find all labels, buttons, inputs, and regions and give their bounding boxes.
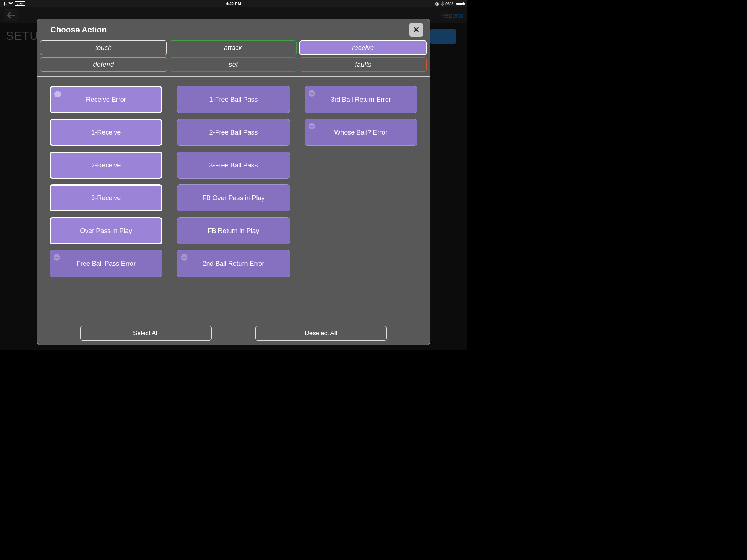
action-button[interactable]: 1-Receive: [50, 119, 162, 146]
action-button[interactable]: 3-Free Ball Pass: [177, 152, 290, 179]
status-time: 4:22 PM: [226, 1, 241, 6]
minus-icon: [54, 91, 61, 97]
action-button[interactable]: Free Ball Pass Error: [50, 250, 162, 277]
action-button[interactable]: 3rd Ball Return Error: [305, 86, 417, 113]
action-label: 3rd Ball Return Error: [331, 96, 391, 104]
action-column: Receive Error1-Receive2-Receive3-Receive…: [50, 86, 162, 277]
modal-header: Choose Action ✕: [37, 19, 430, 40]
status-bar: VPN 4:22 PM 96%: [0, 0, 467, 7]
category-filters: touch attack receive defend set faults: [37, 40, 430, 74]
bluetooth-icon: [441, 1, 444, 6]
action-label: Over Pass in Play: [80, 227, 132, 235]
minus-icon: [309, 90, 315, 97]
action-label: FB Return in Play: [208, 227, 259, 235]
minus-icon: [309, 123, 315, 129]
action-label: 2-Receive: [91, 162, 121, 169]
close-button[interactable]: ✕: [409, 23, 423, 37]
minus-icon: [54, 254, 60, 261]
orientation-lock-icon: [435, 1, 440, 6]
action-button[interactable]: FB Return in Play: [177, 217, 290, 244]
minus-icon: [181, 254, 187, 261]
action-button[interactable]: FB Over Pass in Play: [177, 184, 290, 211]
action-button[interactable]: 3-Receive: [50, 184, 162, 211]
action-button[interactable]: 2nd Ball Return Error: [177, 250, 290, 277]
action-label: 1-Free Ball Pass: [209, 96, 258, 104]
action-label: Whose Ball? Error: [334, 129, 387, 136]
action-button[interactable]: Whose Ball? Error: [305, 119, 417, 146]
modal-footer: Select All Deselect All: [37, 322, 430, 345]
category-set[interactable]: set: [170, 57, 297, 72]
wifi-icon: [8, 2, 13, 6]
status-left: VPN: [2, 1, 25, 6]
airplane-icon: [2, 1, 7, 6]
action-label: FB Over Pass in Play: [202, 194, 264, 202]
action-label: Free Ball Pass Error: [77, 260, 136, 268]
action-label: 2-Free Ball Pass: [209, 129, 258, 136]
action-label: 2nd Ball Return Error: [202, 260, 264, 268]
action-column: 3rd Ball Return ErrorWhose Ball? Error: [305, 86, 417, 277]
category-receive[interactable]: receive: [299, 40, 427, 55]
battery-icon: [455, 2, 465, 5]
action-column: 1-Free Ball Pass2-Free Ball Pass3-Free B…: [177, 86, 290, 277]
modal-overlay: Choose Action ✕ touch attack receive def…: [0, 7, 467, 350]
category-attack[interactable]: attack: [170, 40, 296, 55]
battery-percent: 96%: [445, 1, 453, 6]
category-touch[interactable]: touch: [40, 40, 167, 55]
action-button[interactable]: 2-Receive: [50, 152, 162, 179]
action-grid: Receive Error1-Receive2-Receive3-Receive…: [37, 77, 430, 322]
action-label: 3-Free Ball Pass: [209, 162, 258, 169]
close-icon: ✕: [413, 25, 419, 35]
action-label: Receive Error: [86, 96, 126, 104]
action-button[interactable]: 2-Free Ball Pass: [177, 119, 290, 146]
modal-title: Choose Action: [50, 25, 107, 35]
action-label: 3-Receive: [91, 194, 121, 202]
vpn-badge: VPN: [15, 1, 25, 6]
select-all-button[interactable]: Select All: [80, 326, 212, 341]
action-button[interactable]: Over Pass in Play: [50, 217, 162, 244]
category-faults[interactable]: faults: [300, 57, 427, 72]
choose-action-modal: Choose Action ✕ touch attack receive def…: [37, 19, 430, 345]
action-label: 1-Receive: [91, 129, 121, 136]
deselect-all-button[interactable]: Deselect All: [255, 326, 387, 341]
action-button[interactable]: 1-Free Ball Pass: [177, 86, 290, 113]
status-right: 96%: [435, 1, 465, 6]
action-button[interactable]: Receive Error: [50, 86, 162, 113]
background-app: Reports SETUP Choose Action ✕ touch atta…: [0, 7, 467, 350]
category-defend[interactable]: defend: [40, 57, 167, 72]
